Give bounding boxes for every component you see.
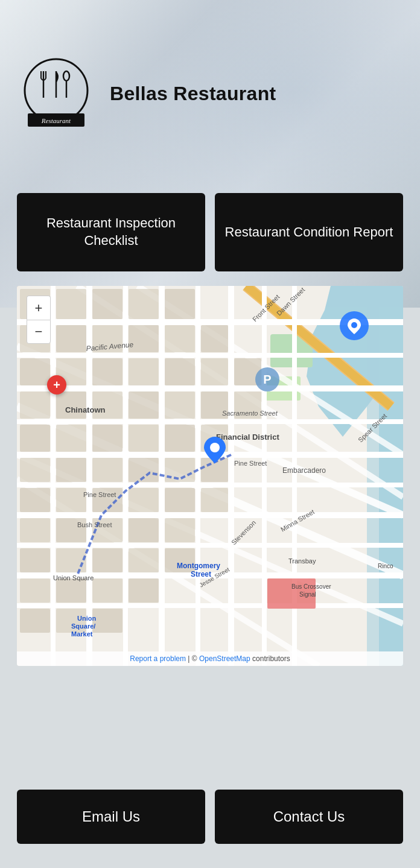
svg-rect-68 [56, 425, 86, 452]
svg-rect-43 [56, 289, 86, 319]
svg-rect-89 [129, 518, 159, 542]
add-location-marker[interactable]: + [47, 375, 66, 394]
svg-rect-64 [165, 391, 195, 419]
svg-rect-93 [92, 548, 122, 572]
condition-report-button[interactable]: Restaurant Condition Report [215, 193, 403, 271]
svg-text:Union: Union [77, 615, 96, 622]
svg-rect-48 [56, 325, 86, 352]
svg-text:Rinco: Rinco [378, 563, 393, 569]
svg-text:Market: Market [71, 630, 93, 638]
report-problem-link[interactable]: Report a problem [130, 654, 186, 663]
svg-text:Restaurant: Restaurant [41, 117, 71, 124]
svg-rect-60 [20, 391, 50, 419]
svg-rect-83 [165, 488, 195, 512]
svg-rect-92 [56, 548, 86, 572]
svg-rect-99 [129, 578, 159, 603]
svg-text:Embarcadero: Embarcadero [282, 466, 326, 475]
map-controls: + − [27, 296, 51, 344]
svg-point-6 [63, 71, 69, 81]
svg-rect-44 [92, 289, 122, 319]
svg-rect-74 [56, 458, 86, 482]
svg-rect-45 [129, 289, 159, 319]
svg-marker-13 [379, 286, 403, 666]
restaurant-name: Bellas Restaurant [110, 83, 276, 105]
svg-rect-91 [20, 548, 50, 572]
action-buttons: Restaurant Inspection Checklist Restaura… [0, 157, 420, 286]
svg-rect-96 [20, 578, 50, 603]
svg-text:Transbay: Transbay [288, 557, 316, 565]
svg-rect-69 [92, 425, 122, 452]
brand-section: Restaurant Bellas Restaurant [0, 0, 420, 157]
svg-text:Bush Street: Bush Street [77, 521, 112, 528]
map-section: Pacific Avenue Sacramento Street Financi… [17, 286, 403, 666]
svg-rect-80 [56, 488, 86, 512]
attribution-separator: | © [188, 654, 199, 663]
svg-text:Pine Street: Pine Street [234, 460, 267, 467]
inspection-checklist-button[interactable]: Restaurant Inspection Checklist [17, 193, 205, 271]
svg-rect-57 [165, 358, 195, 385]
svg-text:Union Square: Union Square [53, 574, 94, 581]
svg-rect-77 [165, 458, 195, 482]
svg-text:Montgomery: Montgomery [177, 562, 220, 570]
svg-rect-52 [201, 325, 228, 352]
map-container[interactable]: Pacific Avenue Sacramento Street Financi… [17, 286, 403, 666]
svg-text:Chinatown: Chinatown [65, 405, 105, 414]
footer-buttons: Email Us Contact Us [0, 775, 420, 868]
svg-rect-58 [201, 358, 228, 385]
svg-text:Bus Crossover: Bus Crossover [291, 583, 331, 590]
svg-rect-51 [165, 325, 195, 352]
svg-rect-94 [129, 548, 159, 572]
map-attribution: Report a problem | © OpenStreetMap contr… [17, 651, 403, 666]
svg-rect-84 [201, 488, 228, 512]
contact-us-button[interactable]: Contact Us [215, 790, 403, 844]
svg-rect-67 [20, 425, 50, 452]
zoom-in-button[interactable]: + [27, 296, 51, 320]
zoom-out-button[interactable]: − [27, 320, 51, 344]
svg-rect-98 [92, 578, 122, 603]
svg-rect-97 [56, 578, 86, 603]
svg-rect-71 [165, 425, 195, 452]
svg-rect-100 [20, 609, 50, 633]
svg-text:Square/: Square/ [71, 622, 95, 630]
svg-rect-70 [129, 425, 159, 452]
location-pin [204, 437, 226, 466]
svg-rect-90 [165, 518, 195, 542]
svg-rect-79 [20, 488, 50, 512]
svg-rect-46 [165, 289, 195, 319]
svg-text:Signal: Signal [299, 591, 316, 598]
svg-text:P: P [263, 373, 271, 386]
svg-rect-56 [129, 358, 159, 385]
svg-point-130 [210, 443, 220, 452]
svg-rect-86 [20, 518, 50, 542]
svg-rect-55 [92, 358, 122, 385]
svg-text:Pine Street: Pine Street [83, 491, 116, 498]
svg-rect-82 [129, 488, 159, 512]
svg-rect-75 [92, 458, 122, 482]
area-location-pin [339, 310, 370, 344]
openstreetmap-link[interactable]: OpenStreetMap [199, 654, 250, 663]
svg-point-132 [351, 322, 357, 328]
svg-rect-53 [20, 358, 50, 385]
attribution-suffix: contributors [252, 654, 290, 663]
svg-rect-73 [20, 458, 50, 482]
svg-rect-63 [129, 391, 159, 419]
svg-rect-102 [92, 609, 122, 633]
svg-text:Sacramento Street: Sacramento Street [222, 410, 278, 417]
restaurant-logo: Restaurant [17, 54, 95, 133]
email-us-button[interactable]: Email Us [17, 790, 205, 844]
